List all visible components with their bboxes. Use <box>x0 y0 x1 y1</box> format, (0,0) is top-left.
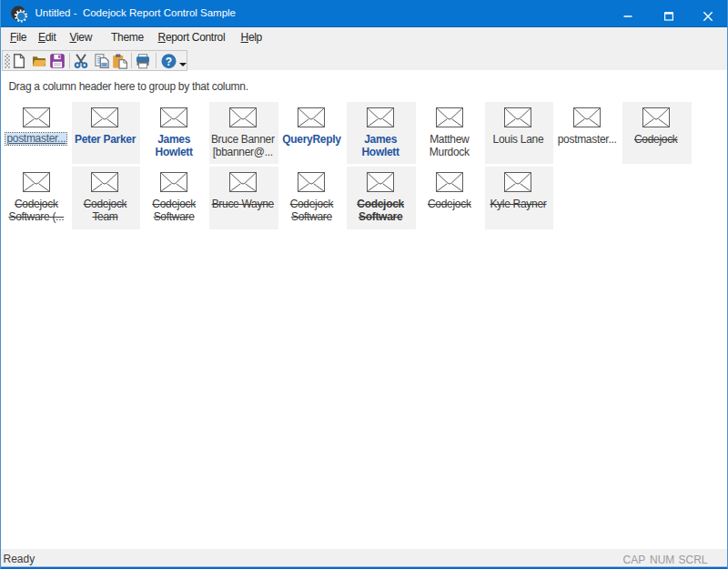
svg-text:?: ? <box>166 55 172 67</box>
